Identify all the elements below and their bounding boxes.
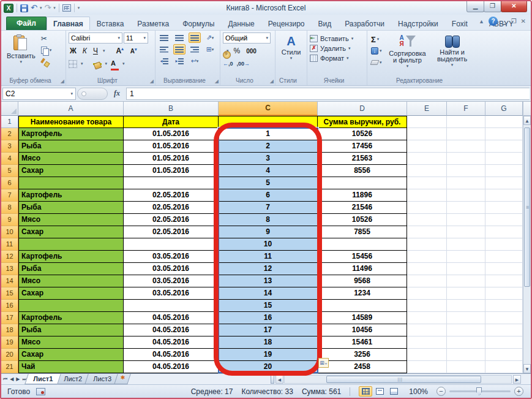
cell-C10[interactable]: 9 [219, 226, 318, 238]
normal-view-button[interactable] [359, 386, 372, 397]
cell-F16[interactable] [447, 300, 485, 312]
cell-F12[interactable] [447, 251, 485, 263]
row-header-13[interactable]: 13 [1, 263, 18, 275]
help-icon[interactable]: ? [489, 17, 498, 26]
sort-filter-button[interactable]: АЯ Сортировка и фильтр▾ [386, 32, 430, 70]
cell-E6[interactable] [407, 177, 447, 189]
tab-Надстройки[interactable]: Надстройки [391, 17, 445, 30]
cell-D7[interactable]: 11896 [318, 189, 407, 202]
font-color-button[interactable]: А [111, 57, 119, 70]
cell-D8[interactable]: 21546 [318, 202, 407, 214]
cell-B2[interactable]: 01.05.2016 [124, 128, 219, 140]
dialog-launcher-icon[interactable]: ◢ [150, 78, 154, 84]
cell-C16[interactable]: 15 [219, 300, 318, 312]
align-left-button[interactable] [158, 44, 170, 55]
cell-G16[interactable] [485, 300, 523, 312]
cell-C21[interactable]: 20 [219, 361, 318, 373]
column-header-G[interactable]: G [485, 102, 523, 116]
find-select-button[interactable]: Найти и выделить▾ [432, 32, 473, 70]
cell-C8[interactable]: 7 [219, 202, 318, 214]
row-header-5[interactable]: 5 [1, 165, 18, 177]
column-header-B[interactable]: B [124, 102, 219, 116]
cell-C7[interactable]: 6 [219, 189, 318, 202]
cell-F6[interactable] [447, 177, 485, 189]
cell-A19[interactable]: Мясо [18, 336, 124, 349]
increase-decimal-button[interactable]: ←,0 [223, 61, 233, 67]
cell-D1[interactable]: Сумма выручки, руб. [318, 116, 407, 128]
cell-F19[interactable] [447, 336, 485, 349]
cell-C9[interactable]: 8 [219, 214, 318, 226]
cell-G7[interactable] [485, 189, 523, 202]
row-header-21[interactable]: 21 [1, 361, 18, 373]
cell-A9[interactable]: Мясо [18, 214, 124, 226]
cell-B8[interactable]: 02.05.2016 [124, 202, 219, 214]
orientation-button[interactable]: ⇗▾ [204, 32, 216, 43]
cell-G12[interactable] [485, 251, 523, 263]
cell-B9[interactable]: 02.05.2016 [124, 214, 219, 226]
format-painter-button[interactable] [40, 57, 53, 67]
cell-G5[interactable] [485, 165, 523, 177]
cell-G13[interactable] [485, 263, 523, 275]
cell-F9[interactable] [447, 214, 485, 226]
cell-A21[interactable]: Чай [18, 361, 124, 373]
align-right-button[interactable] [189, 44, 201, 55]
row-header-16[interactable]: 16 [1, 300, 18, 312]
zoom-slider-track[interactable] [449, 390, 511, 392]
cell-A14[interactable]: Мясо [18, 275, 124, 287]
cell-B18[interactable]: 04.05.2016 [124, 324, 219, 336]
tab-Главная[interactable]: Главная [47, 17, 90, 30]
delete-cells-button[interactable]: Удалить▾ [310, 45, 364, 52]
cell-B6[interactable] [124, 177, 219, 189]
cell-C14[interactable]: 13 [219, 275, 318, 287]
tab-Рецензиро[interactable]: Рецензиро [261, 17, 312, 30]
formula-bar-options[interactable] [77, 88, 108, 100]
cell-E17[interactable] [407, 312, 447, 324]
cell-E8[interactable] [407, 202, 447, 214]
row-header-11[interactable]: 11 [1, 238, 18, 251]
cell-G9[interactable] [485, 214, 523, 226]
cell-E21[interactable] [407, 361, 447, 373]
cell-D15[interactable]: 1234 [318, 287, 407, 300]
cell-B17[interactable]: 04.05.2016 [124, 312, 219, 324]
cell-G8[interactable] [485, 202, 523, 214]
cell-F2[interactable] [447, 128, 485, 140]
cell-D21[interactable]: 2458 [318, 361, 407, 373]
cell-A12[interactable]: Картофель [18, 251, 124, 263]
insert-cells-button[interactable]: Вставить▾ [310, 35, 364, 42]
row-header-7[interactable]: 7 [1, 189, 18, 202]
cell-E16[interactable] [407, 300, 447, 312]
cell-F20[interactable] [447, 349, 485, 361]
cell-A6[interactable] [18, 177, 124, 189]
cell-C2[interactable]: 1 [219, 128, 318, 140]
zoom-in-button[interactable]: + [514, 387, 523, 396]
workbook-minimize-icon[interactable]: ▁ [502, 18, 507, 25]
autosum-button[interactable]: Σ▾ [370, 34, 383, 44]
row-header-18[interactable]: 18 [1, 324, 18, 336]
merge-center-button[interactable]: ⊞▾ [204, 44, 216, 55]
cell-G10[interactable] [485, 226, 523, 238]
cell-D2[interactable]: 10526 [318, 128, 407, 140]
worksheet-grid[interactable]: ABCDEFG 1Наименование товараДатаСумма вы… [1, 102, 523, 373]
cell-B21[interactable]: 04.05.2016 [124, 361, 219, 373]
cell-B1[interactable]: Дата [124, 116, 219, 128]
cell-A11[interactable] [18, 238, 124, 251]
cell-E3[interactable] [407, 140, 447, 153]
next-sheet-icon[interactable]: ▶ [16, 376, 20, 382]
copy-button[interactable]: ▾ [40, 45, 53, 55]
row-header-17[interactable]: 17 [1, 312, 18, 324]
cell-E11[interactable] [407, 238, 447, 251]
cell-E4[interactable] [407, 153, 447, 165]
row-header-19[interactable]: 19 [1, 336, 18, 349]
column-header-A[interactable]: A [18, 102, 124, 116]
cell-A20[interactable]: Сахар [18, 349, 124, 361]
insert-function-button[interactable]: fx [109, 89, 125, 98]
formula-input[interactable]: 1 [126, 88, 530, 100]
cell-E5[interactable] [407, 165, 447, 177]
cell-B20[interactable]: 04.05.2016 [124, 349, 219, 361]
cell-F21[interactable] [447, 361, 485, 373]
select-all-corner[interactable] [1, 102, 18, 116]
name-box[interactable]: C2▾ [2, 88, 76, 100]
cell-E2[interactable] [407, 128, 447, 140]
align-top-button[interactable] [158, 32, 170, 43]
workbook-close-icon[interactable]: ✕ [521, 18, 526, 25]
